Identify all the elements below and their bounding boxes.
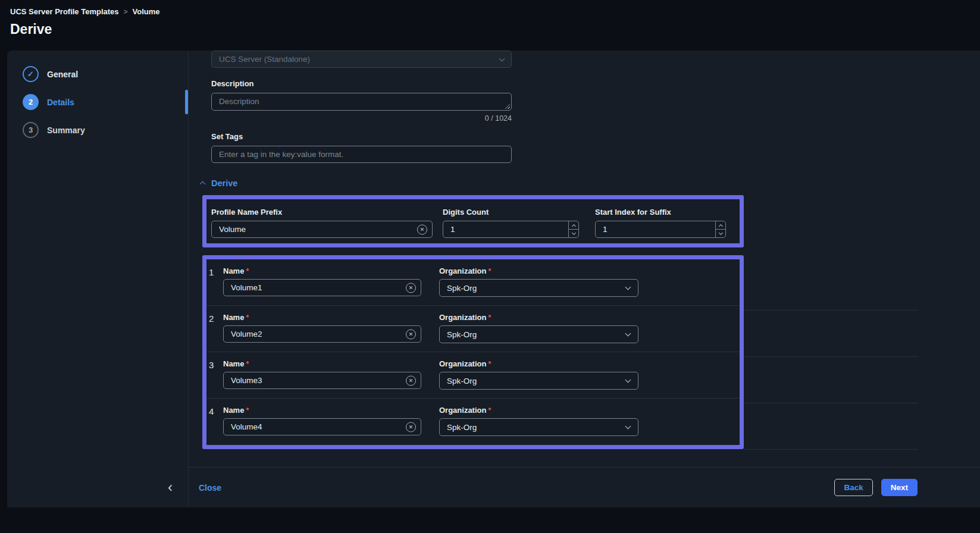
name-label: Name [223, 266, 244, 275]
chevron-down-icon [625, 377, 631, 383]
row-organization-field: Organization* Spk-Org [439, 266, 638, 305]
start-index-field: Start Index for Suffix [595, 208, 726, 238]
derive-row: 4 Name* ✕ Organization* Spk-Org [206, 399, 740, 445]
derive-section-toggle[interactable]: Derive [201, 178, 980, 188]
step-label: General [47, 70, 78, 79]
derive-row: 2 Name* ✕ Organization* Spk-Org [206, 306, 740, 352]
organization-label: Organization [439, 313, 486, 322]
target-platform-select[interactable]: UCS Server (Standalone) [211, 51, 512, 68]
required-marker: * [488, 360, 491, 368]
stepper-up-icon[interactable] [569, 221, 578, 230]
step-details[interactable]: 2 Details [7, 88, 188, 116]
step-number: 3 [23, 122, 39, 138]
clear-icon[interactable]: ✕ [406, 422, 416, 432]
derived-name-input[interactable] [223, 418, 421, 435]
derive-rows-highlight-box: 1 Name* ✕ Organization* Spk-Org [202, 255, 744, 449]
wizard-footer: Close Back Next [189, 467, 980, 507]
step-label: Details [47, 98, 74, 107]
wizard-steps: ✓ General 2 Details 3 Summary [7, 51, 188, 144]
required-marker: * [246, 360, 249, 368]
row-name-field: Name* ✕ [223, 266, 421, 305]
row-name-field: Name* ✕ [223, 406, 421, 445]
top-header: UCS Server Profile Templates > Volume De… [0, 0, 980, 51]
clear-icon[interactable]: ✕ [406, 283, 416, 293]
description-textarea[interactable] [211, 93, 512, 111]
required-marker: * [246, 313, 249, 322]
chevron-up-icon [200, 181, 206, 187]
row-organization-field: Organization* Spk-Org [439, 313, 638, 352]
row-separator [744, 310, 918, 311]
number-stepper [715, 221, 725, 237]
derived-name-input[interactable] [223, 325, 421, 343]
step-number: 2 [23, 94, 39, 110]
row-index: 3 [209, 359, 223, 398]
description-label: Description [211, 79, 980, 88]
required-marker: * [488, 313, 491, 322]
set-tags-label: Set Tags [211, 132, 980, 141]
close-button[interactable]: Close [199, 483, 221, 493]
sidebar-footer: ‹ [7, 467, 188, 507]
profile-name-prefix-input[interactable] [211, 221, 433, 238]
breadcrumb-separator-icon: > [124, 8, 128, 16]
collapse-sidebar-icon[interactable]: ‹ [163, 480, 177, 494]
breadcrumb: UCS Server Profile Templates > Volume [10, 7, 980, 16]
organization-select[interactable]: Spk-Org [439, 372, 638, 390]
back-button[interactable]: Back [834, 479, 872, 496]
stepper-up-icon[interactable] [716, 221, 725, 230]
wizard-content: UCS Server (Standalone) Description 0 / … [189, 51, 980, 507]
organization-select[interactable]: Spk-Org [439, 279, 638, 297]
breadcrumb-root[interactable]: UCS Server Profile Templates [10, 7, 119, 16]
clear-icon[interactable]: ✕ [417, 224, 427, 234]
clear-icon[interactable]: ✕ [406, 329, 416, 339]
row-separator [744, 403, 918, 403]
derived-name-input[interactable] [223, 372, 421, 389]
derive-section-title: Derive [211, 178, 237, 188]
required-marker: * [488, 406, 491, 415]
row-organization-field: Organization* Spk-Org [439, 359, 638, 398]
chevron-down-icon [625, 424, 631, 429]
breadcrumb-current[interactable]: Volume [133, 7, 160, 16]
step-summary[interactable]: 3 Summary [7, 116, 188, 144]
organization-select[interactable]: Spk-Org [439, 418, 638, 436]
required-marker: * [246, 406, 249, 415]
start-index-input[interactable] [595, 221, 726, 238]
row-separator [744, 356, 918, 357]
wizard-sidebar: ✓ General 2 Details 3 Summary ‹ [7, 51, 189, 507]
organization-value: Spk-Org [447, 423, 477, 432]
derive-rows-wrap: 1 Name* ✕ Organization* Spk-Org [211, 255, 980, 449]
chevron-down-icon [625, 331, 631, 337]
tags-input[interactable] [211, 146, 512, 163]
target-platform-value: UCS Server (Standalone) [219, 55, 310, 64]
start-index-label: Start Index for Suffix [595, 208, 726, 217]
clear-icon[interactable]: ✕ [406, 375, 416, 385]
derived-name-input[interactable] [223, 279, 421, 296]
profile-name-prefix-label: Profile Name Prefix [211, 208, 433, 217]
required-marker: * [488, 267, 491, 275]
row-organization-field: Organization* Spk-Org [439, 406, 638, 445]
stepper-down-icon[interactable] [716, 230, 725, 237]
digits-count-field: Digits Count [443, 208, 579, 238]
name-label: Name [223, 406, 244, 415]
wizard-panel: ✓ General 2 Details 3 Summary ‹ UCS Serv… [7, 51, 980, 507]
organization-label: Organization [439, 406, 486, 415]
required-marker: * [246, 267, 249, 275]
organization-value: Spk-Org [447, 330, 477, 339]
organization-value: Spk-Org [447, 377, 477, 385]
next-button[interactable]: Next [881, 479, 918, 496]
step-label: Summary [47, 126, 85, 135]
organization-select[interactable]: Spk-Org [439, 325, 638, 343]
description-field-wrap [211, 93, 512, 111]
number-stepper [568, 221, 578, 237]
name-label: Name [223, 313, 244, 322]
derive-row: 3 Name* ✕ Organization* Spk-Org [206, 352, 740, 399]
page-title: Derive [10, 21, 980, 37]
step-general[interactable]: ✓ General [7, 60, 188, 88]
digits-count-input[interactable] [443, 221, 579, 238]
row-index: 4 [209, 406, 223, 445]
stepper-down-icon[interactable] [569, 230, 578, 237]
name-label: Name [223, 359, 244, 368]
details-form: UCS Server (Standalone) Description 0 / … [189, 51, 980, 467]
chevron-down-icon [625, 284, 631, 290]
organization-label: Organization [439, 266, 486, 275]
derive-row: 1 Name* ✕ Organization* Spk-Org [206, 259, 740, 306]
